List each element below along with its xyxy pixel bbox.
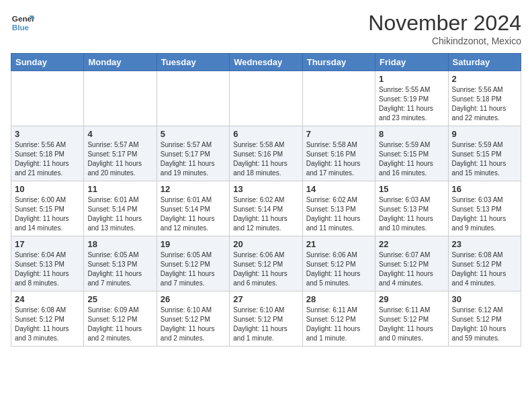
day-info: Sunrise: 6:04 AM Sunset: 5:13 PM Dayligh… bbox=[15, 250, 80, 288]
day-cell: 21Sunrise: 6:06 AM Sunset: 5:12 PM Dayli… bbox=[302, 236, 375, 291]
day-cell bbox=[230, 71, 302, 126]
svg-text:Blue: Blue bbox=[12, 23, 30, 32]
day-number: 5 bbox=[161, 129, 226, 139]
day-info: Sunrise: 6:12 AM Sunset: 5:12 PM Dayligh… bbox=[452, 306, 517, 343]
day-cell: 29Sunrise: 6:11 AM Sunset: 5:12 PM Dayli… bbox=[375, 291, 448, 347]
day-cell: 12Sunrise: 6:01 AM Sunset: 5:14 PM Dayli… bbox=[157, 181, 229, 236]
day-cell: 22Sunrise: 6:07 AM Sunset: 5:12 PM Dayli… bbox=[375, 236, 448, 291]
day-cell: 24Sunrise: 6:08 AM Sunset: 5:12 PM Dayli… bbox=[11, 291, 84, 347]
day-info: Sunrise: 6:07 AM Sunset: 5:12 PM Dayligh… bbox=[379, 250, 444, 288]
day-cell: 1Sunrise: 5:55 AM Sunset: 5:19 PM Daylig… bbox=[375, 71, 448, 126]
day-number: 2 bbox=[452, 74, 517, 84]
day-cell bbox=[157, 71, 229, 126]
week-row-4: 17Sunrise: 6:04 AM Sunset: 5:13 PM Dayli… bbox=[11, 236, 521, 291]
day-info: Sunrise: 5:58 AM Sunset: 5:16 PM Dayligh… bbox=[233, 140, 298, 178]
day-number: 24 bbox=[15, 294, 80, 304]
day-info: Sunrise: 6:03 AM Sunset: 5:13 PM Dayligh… bbox=[452, 195, 517, 233]
day-cell: 27Sunrise: 6:10 AM Sunset: 5:12 PM Dayli… bbox=[230, 291, 302, 347]
day-info: Sunrise: 5:56 AM Sunset: 5:18 PM Dayligh… bbox=[452, 85, 517, 123]
day-cell: 6Sunrise: 5:58 AM Sunset: 5:16 PM Daylig… bbox=[230, 126, 302, 181]
weekday-header-friday: Friday bbox=[375, 54, 448, 71]
day-number: 17 bbox=[15, 239, 80, 249]
day-info: Sunrise: 6:08 AM Sunset: 5:12 PM Dayligh… bbox=[15, 306, 80, 343]
weekday-header-tuesday: Tuesday bbox=[157, 54, 229, 71]
day-cell: 7Sunrise: 5:58 AM Sunset: 5:16 PM Daylig… bbox=[302, 126, 375, 181]
day-info: Sunrise: 6:11 AM Sunset: 5:12 PM Dayligh… bbox=[306, 306, 371, 343]
day-info: Sunrise: 6:10 AM Sunset: 5:12 PM Dayligh… bbox=[233, 306, 298, 343]
weekday-header-monday: Monday bbox=[84, 54, 157, 71]
day-number: 6 bbox=[233, 129, 298, 139]
day-number: 13 bbox=[233, 184, 298, 194]
day-number: 16 bbox=[452, 184, 517, 194]
weekday-header-wednesday: Wednesday bbox=[230, 54, 302, 71]
day-cell: 4Sunrise: 5:57 AM Sunset: 5:17 PM Daylig… bbox=[84, 126, 157, 181]
week-row-1: 1Sunrise: 5:55 AM Sunset: 5:19 PM Daylig… bbox=[11, 71, 521, 126]
day-number: 19 bbox=[161, 239, 226, 249]
day-cell: 11Sunrise: 6:01 AM Sunset: 5:14 PM Dayli… bbox=[84, 181, 157, 236]
day-cell bbox=[11, 71, 84, 126]
day-info: Sunrise: 6:05 AM Sunset: 5:12 PM Dayligh… bbox=[161, 250, 226, 288]
week-row-3: 10Sunrise: 6:00 AM Sunset: 5:15 PM Dayli… bbox=[11, 181, 521, 236]
day-cell: 18Sunrise: 6:05 AM Sunset: 5:13 PM Dayli… bbox=[84, 236, 157, 291]
day-number: 3 bbox=[15, 129, 80, 139]
day-info: Sunrise: 5:59 AM Sunset: 5:15 PM Dayligh… bbox=[379, 140, 444, 178]
day-cell bbox=[302, 71, 375, 126]
day-cell: 30Sunrise: 6:12 AM Sunset: 5:12 PM Dayli… bbox=[448, 291, 521, 347]
weekday-header-sunday: Sunday bbox=[11, 54, 84, 71]
page-header: General Blue November 2024 Chikindzonot,… bbox=[11, 11, 521, 46]
day-cell: 5Sunrise: 5:57 AM Sunset: 5:17 PM Daylig… bbox=[157, 126, 229, 181]
day-number: 1 bbox=[379, 74, 444, 84]
day-cell: 17Sunrise: 6:04 AM Sunset: 5:13 PM Dayli… bbox=[11, 236, 84, 291]
day-info: Sunrise: 6:02 AM Sunset: 5:14 PM Dayligh… bbox=[233, 195, 298, 233]
day-number: 26 bbox=[161, 294, 226, 304]
day-cell: 9Sunrise: 5:59 AM Sunset: 5:15 PM Daylig… bbox=[448, 126, 521, 181]
day-cell: 3Sunrise: 5:56 AM Sunset: 5:18 PM Daylig… bbox=[11, 126, 84, 181]
day-cell: 2Sunrise: 5:56 AM Sunset: 5:18 PM Daylig… bbox=[448, 71, 521, 126]
day-cell: 28Sunrise: 6:11 AM Sunset: 5:12 PM Dayli… bbox=[302, 291, 375, 347]
day-info: Sunrise: 5:59 AM Sunset: 5:15 PM Dayligh… bbox=[452, 140, 517, 178]
day-number: 25 bbox=[87, 294, 152, 304]
day-cell: 14Sunrise: 6:02 AM Sunset: 5:13 PM Dayli… bbox=[302, 181, 375, 236]
day-number: 29 bbox=[379, 294, 444, 304]
day-cell: 25Sunrise: 6:09 AM Sunset: 5:12 PM Dayli… bbox=[84, 291, 157, 347]
day-number: 23 bbox=[452, 239, 517, 249]
day-number: 22 bbox=[379, 239, 444, 249]
day-cell: 26Sunrise: 6:10 AM Sunset: 5:12 PM Dayli… bbox=[157, 291, 229, 347]
calendar: SundayMondayTuesdayWednesdayThursdayFrid… bbox=[11, 53, 521, 347]
svg-text:General: General bbox=[12, 14, 35, 23]
day-number: 21 bbox=[306, 239, 371, 249]
day-cell bbox=[84, 71, 157, 126]
day-info: Sunrise: 6:02 AM Sunset: 5:13 PM Dayligh… bbox=[306, 195, 371, 233]
week-row-2: 3Sunrise: 5:56 AM Sunset: 5:18 PM Daylig… bbox=[11, 126, 521, 181]
day-number: 4 bbox=[87, 129, 152, 139]
day-info: Sunrise: 6:10 AM Sunset: 5:12 PM Dayligh… bbox=[161, 306, 226, 343]
day-number: 9 bbox=[452, 129, 517, 139]
day-number: 15 bbox=[379, 184, 444, 194]
weekday-header-row: SundayMondayTuesdayWednesdayThursdayFrid… bbox=[11, 54, 521, 71]
day-number: 14 bbox=[306, 184, 371, 194]
day-cell: 15Sunrise: 6:03 AM Sunset: 5:13 PM Dayli… bbox=[375, 181, 448, 236]
day-info: Sunrise: 5:56 AM Sunset: 5:18 PM Dayligh… bbox=[15, 140, 80, 178]
logo-icon: General Blue bbox=[11, 11, 35, 35]
week-row-5: 24Sunrise: 6:08 AM Sunset: 5:12 PM Dayli… bbox=[11, 291, 521, 347]
day-number: 12 bbox=[161, 184, 226, 194]
day-cell: 16Sunrise: 6:03 AM Sunset: 5:13 PM Dayli… bbox=[448, 181, 521, 236]
weekday-header-saturday: Saturday bbox=[448, 54, 521, 71]
day-cell: 20Sunrise: 6:06 AM Sunset: 5:12 PM Dayli… bbox=[230, 236, 302, 291]
day-cell: 10Sunrise: 6:00 AM Sunset: 5:15 PM Dayli… bbox=[11, 181, 84, 236]
day-number: 27 bbox=[233, 294, 298, 304]
day-number: 10 bbox=[15, 184, 80, 194]
day-info: Sunrise: 5:57 AM Sunset: 5:17 PM Dayligh… bbox=[87, 140, 152, 178]
day-number: 18 bbox=[87, 239, 152, 249]
day-number: 11 bbox=[87, 184, 152, 194]
day-info: Sunrise: 6:05 AM Sunset: 5:13 PM Dayligh… bbox=[87, 250, 152, 288]
day-info: Sunrise: 6:03 AM Sunset: 5:13 PM Dayligh… bbox=[379, 195, 444, 233]
title-block: November 2024 Chikindzonot, Mexico bbox=[368, 11, 521, 46]
day-cell: 19Sunrise: 6:05 AM Sunset: 5:12 PM Dayli… bbox=[157, 236, 229, 291]
day-cell: 13Sunrise: 6:02 AM Sunset: 5:14 PM Dayli… bbox=[230, 181, 302, 236]
day-info: Sunrise: 6:01 AM Sunset: 5:14 PM Dayligh… bbox=[87, 195, 152, 233]
day-cell: 23Sunrise: 6:08 AM Sunset: 5:12 PM Dayli… bbox=[448, 236, 521, 291]
day-info: Sunrise: 6:08 AM Sunset: 5:12 PM Dayligh… bbox=[452, 250, 517, 288]
location: Chikindzonot, Mexico bbox=[368, 36, 521, 46]
day-number: 30 bbox=[452, 294, 517, 304]
